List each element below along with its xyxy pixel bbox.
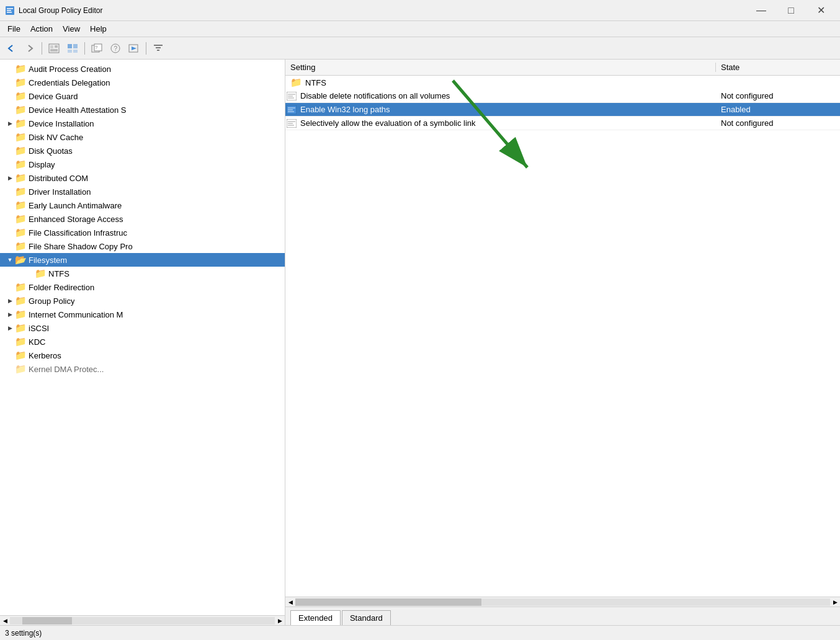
folder-icon: 📁 (15, 64, 26, 74)
tree-item-filesystem[interactable]: 📂 Filesystem (0, 253, 285, 267)
sep3 (146, 42, 146, 55)
tab-standard[interactable]: Standard (342, 610, 391, 625)
tree-item-device-health[interactable]: 📁 Device Health Attestation S (0, 103, 285, 117)
folder-icon: 📁 (15, 323, 26, 333)
title-bar: Local Group Policy Editor — □ ✕ (0, 0, 840, 21)
app-icon (5, 6, 15, 16)
help-button[interactable]: ? (107, 40, 124, 56)
tree-label: KDC (29, 337, 45, 347)
run-button[interactable] (125, 40, 143, 56)
menu-bar: File Action View Help (0, 21, 840, 37)
scroll-thumb[interactable] (295, 598, 481, 606)
scroll-right-arrow[interactable]: ▶ (275, 616, 285, 626)
forward-button[interactable] (21, 40, 38, 56)
tree-label: File Share Shadow Copy Pro (29, 242, 133, 251)
folder-icon: 📁 (15, 241, 26, 251)
tree-item-file-classification[interactable]: 📁 File Classification Infrastruc (0, 226, 285, 239)
left-hscrollbar[interactable]: ◀ ▶ (0, 615, 285, 625)
tree-item-kernel[interactable]: 📁 Kernel DMA Protec... (0, 362, 285, 376)
minimize-button[interactable]: — (747, 1, 775, 20)
tree-item-iscsi[interactable]: 📁 iSCSI (0, 321, 285, 335)
scroll-track (10, 617, 275, 624)
new-window-button[interactable]: ? (88, 40, 105, 56)
tree-item-audit-process[interactable]: 📁 Audit Process Creation (0, 62, 285, 76)
expand-icon (5, 159, 15, 169)
tree-item-enhanced-storage[interactable]: 📁 Enhanced Storage Access (0, 212, 285, 226)
svg-rect-14 (68, 50, 72, 53)
filter-button[interactable] (150, 40, 167, 56)
svg-rect-13 (73, 44, 78, 48)
tree-item-kdc[interactable]: 📁 KDC (0, 335, 285, 349)
expand-icon (5, 214, 15, 224)
scroll-left-arrow[interactable]: ◀ (0, 616, 10, 626)
table-row-enable-win32[interactable]: Enable Win32 long paths Enabled (285, 103, 840, 117)
tree-label: Early Launch Antimalware (29, 201, 122, 210)
properties-button[interactable] (45, 40, 63, 56)
folder-icon: 📁 (15, 309, 26, 319)
right-hscrollbar[interactable]: ◀ ▶ (285, 597, 840, 607)
expand-icon (25, 269, 35, 278)
back-button[interactable] (2, 40, 20, 56)
table-content[interactable]: 📁 NTFS Disable delete notifications on a… (285, 76, 840, 597)
expand-icon (5, 146, 15, 156)
expand-icon (5, 132, 15, 142)
close-button[interactable]: ✕ (806, 1, 835, 20)
tree-item-kerberos[interactable]: 📁 Kerberos (0, 349, 285, 362)
row-state: Enabled (716, 105, 840, 114)
tree-item-ntfs[interactable]: 📁 NTFS (0, 267, 285, 280)
row-state: Not configured (716, 91, 840, 100)
tree-label: NTFS (48, 269, 69, 278)
tree-item-device-guard[interactable]: 📁 Device Guard (0, 89, 285, 103)
tree-item-credentials-delegation[interactable]: 📁 Credentials Delegation (0, 76, 285, 89)
tree-panel: 📁 Audit Process Creation 📁 Credentials D… (0, 60, 285, 625)
svg-text:?: ? (95, 45, 98, 50)
scroll-thumb[interactable] (22, 617, 72, 624)
tree-label: Device Installation (29, 119, 94, 128)
status-text: 3 setting(s) (5, 629, 42, 638)
expand-icon (5, 241, 15, 251)
tree-item-file-share-shadow[interactable]: 📁 File Share Shadow Copy Pro (0, 239, 285, 253)
menu-help[interactable]: Help (85, 22, 112, 35)
tab-extended[interactable]: Extended (290, 610, 341, 625)
sep2 (84, 42, 85, 55)
expand-icon[interactable] (5, 255, 15, 265)
policy-icon (285, 90, 298, 102)
menu-file[interactable]: File (2, 22, 25, 35)
tree-label: Internet Communication M (29, 310, 123, 319)
tree-item-disk-nv-cache[interactable]: 📁 Disk NV Cache (0, 130, 285, 144)
tree-label: Filesystem (29, 256, 67, 265)
menu-view[interactable]: View (58, 22, 85, 35)
tree-label: Distributed COM (29, 174, 88, 183)
menu-action[interactable]: Action (25, 22, 58, 35)
scroll-left-arrow[interactable]: ◀ (285, 597, 295, 607)
expand-icon[interactable] (5, 309, 15, 319)
view-button[interactable] (64, 40, 81, 56)
tree-item-distributed-com[interactable]: 📁 Distributed COM (0, 171, 285, 185)
tree-item-driver-installation[interactable]: 📁 Driver Installation (0, 185, 285, 198)
expand-icon (5, 187, 15, 197)
svg-rect-7 (50, 45, 53, 48)
col-setting-header: Setting (285, 63, 716, 72)
expand-icon (5, 105, 15, 115)
maximize-button[interactable]: □ (777, 1, 805, 20)
tree-item-internet-comm[interactable]: 📁 Internet Communication M (0, 308, 285, 321)
tree-item-device-installation[interactable]: 📁 Device Installation (0, 117, 285, 130)
folder-icon: 📁 (15, 118, 26, 128)
table-row-selectively-allow[interactable]: Selectively allow the evaluation of a sy… (285, 117, 840, 130)
expand-icon (5, 282, 15, 292)
tree-item-display[interactable]: 📁 Display (0, 158, 285, 171)
table-row-disable-delete[interactable]: Disable delete notifications on all volu… (285, 89, 840, 103)
folder-icon: 📁 (15, 78, 26, 87)
tree-item-disk-quotas[interactable]: 📁 Disk Quotas (0, 144, 285, 158)
expand-icon[interactable] (5, 173, 15, 183)
tree-label: File Classification Infrastruc (29, 228, 127, 238)
expand-icon[interactable] (5, 118, 15, 128)
scroll-right-arrow[interactable]: ▶ (830, 597, 840, 607)
expand-icon[interactable] (5, 296, 15, 306)
expand-icon[interactable] (5, 323, 15, 333)
tree-view[interactable]: 📁 Audit Process Creation 📁 Credentials D… (0, 60, 285, 615)
expand-icon (5, 91, 15, 101)
tree-item-early-launch[interactable]: 📁 Early Launch Antimalware (0, 198, 285, 212)
tree-item-folder-redirection[interactable]: 📁 Folder Redirection (0, 280, 285, 294)
tree-item-group-policy[interactable]: 📁 Group Policy (0, 294, 285, 308)
